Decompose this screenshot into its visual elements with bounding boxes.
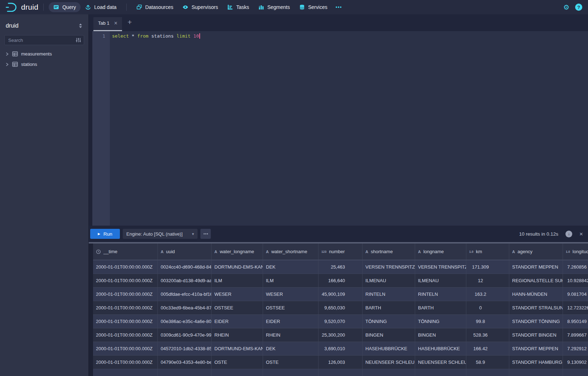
tab-close-icon[interactable]: ×: [114, 20, 117, 26]
nav-query[interactable]: Query: [49, 2, 81, 12]
search-input[interactable]: [4, 35, 84, 45]
chevron-right-icon[interactable]: [5, 63, 9, 66]
table-cell[interactable]: OSTE: [263, 356, 319, 369]
table-cell[interactable]: STANDORT MEPPEN: [509, 342, 563, 356]
tree-item-stations[interactable]: stations: [0, 59, 88, 69]
table-cell[interactable]: 2000-01-01T00:00:00.000Z: [93, 315, 158, 328]
chevron-right-icon[interactable]: [5, 52, 9, 56]
column-header-__time[interactable]: __time: [93, 244, 158, 260]
table-cell[interactable]: RINTELN: [415, 288, 466, 301]
table-cell[interactable]: 8.950149: [563, 315, 588, 328]
table-cell[interactable]: DORTMUND-EMS-KANAL: [212, 260, 263, 274]
column-header-number[interactable]: 123number: [319, 244, 363, 260]
table-cell[interactable]: BARTH: [363, 301, 415, 315]
table-cell[interactable]: 0309cd61-90c9-470e-99: [158, 328, 212, 342]
table-cell[interactable]: VERSEN TRENNSPITZE: [363, 260, 415, 274]
table-cell[interactable]: 45,900,109: [319, 288, 363, 301]
table-cell[interactable]: ILMENAU: [415, 274, 466, 288]
table-cell[interactable]: ILM: [212, 274, 263, 288]
column-header-agency[interactable]: Aagency: [509, 244, 563, 260]
column-header-shortname[interactable]: Ashortname: [363, 244, 415, 260]
table-cell[interactable]: 9,650,030: [319, 301, 363, 315]
nav-supervisors[interactable]: Supervisors: [178, 2, 223, 12]
table-cell[interactable]: 58.9: [466, 356, 509, 369]
table-cell[interactable]: 2000-01-01T00:00:00.000Z: [93, 356, 158, 369]
table-cell[interactable]: [466, 369, 509, 376]
table-cell[interactable]: [415, 369, 466, 376]
table-cell[interactable]: VERSEN TRENNSPITZE: [415, 260, 466, 274]
table-cell[interactable]: 25,300,200: [319, 328, 363, 342]
druid-logo[interactable]: druid: [5, 2, 38, 13]
column-header-longitude[interactable]: 1.0longitude: [563, 244, 588, 260]
table-cell[interactable]: 12: [466, 274, 509, 288]
table-cell[interactable]: WESER: [263, 288, 319, 301]
table-cell[interactable]: STANDORT TÖNNING: [509, 315, 563, 328]
column-header-water_longname[interactable]: Awater_longname: [212, 244, 263, 260]
nav-tasks[interactable]: Tasks: [223, 2, 254, 12]
table-cell[interactable]: 3,690,010: [319, 342, 363, 356]
sql-code-line[interactable]: select*fromstationslimit10: [110, 31, 588, 226]
table-cell[interactable]: 126,003: [319, 356, 363, 369]
table-cell[interactable]: 9,520,070: [319, 315, 363, 328]
table-cell[interactable]: OSTSEE: [263, 301, 319, 315]
tree-item-measurements[interactable]: measurements: [0, 49, 88, 59]
table-cell[interactable]: [158, 369, 212, 376]
download-results-icon[interactable]: ↓: [565, 231, 572, 237]
table-cell[interactable]: DORTMUND-EMS-KANAL: [212, 342, 263, 356]
table-cell[interactable]: 528.36: [466, 328, 509, 342]
table-cell[interactable]: 04572010-1db2-4338-85: [158, 342, 212, 356]
table-cell[interactable]: STANDORT MEPPEN: [509, 260, 563, 274]
table-cell[interactable]: 9.130902: [563, 356, 588, 369]
add-tab-button[interactable]: +: [127, 18, 132, 28]
table-cell[interactable]: 00c33ed9-6bea-45b4-87: [158, 301, 212, 315]
table-cell[interactable]: EIDER: [263, 315, 319, 328]
table-cell[interactable]: 166.42: [466, 342, 509, 356]
table-cell[interactable]: STANDORT STRALSUND: [509, 301, 563, 315]
table-cell[interactable]: 0: [466, 301, 509, 315]
table-cell[interactable]: [93, 369, 158, 376]
table-cell[interactable]: [509, 369, 563, 376]
table-cell[interactable]: REGIONALSTELLE SUHL: [509, 274, 563, 288]
engine-select-button[interactable]: Engine: Auto [SQL (native)] ▾: [123, 229, 198, 239]
table-cell[interactable]: 2000-01-01T00:00:00.000Z: [93, 274, 158, 288]
nav-datasources[interactable]: Datasources: [132, 2, 178, 12]
sql-editor[interactable]: 1 select*fromstationslimit10: [89, 31, 588, 226]
table-cell[interactable]: TÖNNING: [363, 315, 415, 328]
table-cell[interactable]: TÖNNING: [415, 315, 466, 328]
table-cell[interactable]: HANN-MÜNDEN: [509, 288, 563, 301]
table-cell[interactable]: 99.8: [466, 315, 509, 328]
table-cell[interactable]: OSTE: [212, 356, 263, 369]
close-results-icon[interactable]: ×: [579, 231, 583, 237]
table-cell[interactable]: 0024cc40-d690-468d-84: [158, 260, 212, 274]
table-cell[interactable]: 005dfdae-efcc-410a-bf16: [158, 288, 212, 301]
table-cell[interactable]: 2000-01-01T00:00:00.000Z: [93, 260, 158, 274]
table-cell[interactable]: OSTSEE: [212, 301, 263, 315]
table-cell[interactable]: NEUENSEER SCHLEUSENK: [415, 356, 466, 369]
table-cell[interactable]: DEK: [263, 342, 319, 356]
table-cell[interactable]: 7.899667: [563, 328, 588, 342]
table-cell[interactable]: [319, 369, 363, 376]
table-cell[interactable]: STANDORT HAMBURG: [509, 356, 563, 369]
table-cell[interactable]: [363, 369, 415, 376]
run-options-button[interactable]: [200, 229, 211, 239]
table-cell[interactable]: 2000-01-01T00:00:00.000Z: [93, 301, 158, 315]
table-cell[interactable]: 12.723226: [563, 301, 588, 315]
table-cell[interactable]: 2000-01-01T00:00:00.000Z: [93, 288, 158, 301]
settings-gear-icon[interactable]: ⚙: [563, 4, 569, 11]
table-cell[interactable]: BARTH: [415, 301, 466, 315]
table-cell[interactable]: 7.292912: [563, 342, 588, 356]
schema-selector[interactable]: druid: [0, 21, 88, 31]
table-cell[interactable]: NEUENSEER SCHLEUSENK: [363, 356, 415, 369]
table-cell[interactable]: 9.081704: [563, 288, 588, 301]
table-cell[interactable]: 10.928842: [563, 274, 588, 288]
table-cell[interactable]: ILM: [263, 274, 319, 288]
table-cell[interactable]: 163.2: [466, 288, 509, 301]
table-cell[interactable]: ILMENAU: [363, 274, 415, 288]
run-button[interactable]: ▶ Run: [90, 229, 120, 239]
table-cell[interactable]: 2000-01-01T00:00:00.000Z: [93, 342, 158, 356]
table-cell[interactable]: DEK: [263, 260, 319, 274]
column-header-longname[interactable]: Alongname: [415, 244, 466, 260]
table-cell[interactable]: STANDORT BINGEN: [509, 328, 563, 342]
table-cell[interactable]: 003200ab-d138-49d9-aa: [158, 274, 212, 288]
table-cell[interactable]: [212, 369, 263, 376]
